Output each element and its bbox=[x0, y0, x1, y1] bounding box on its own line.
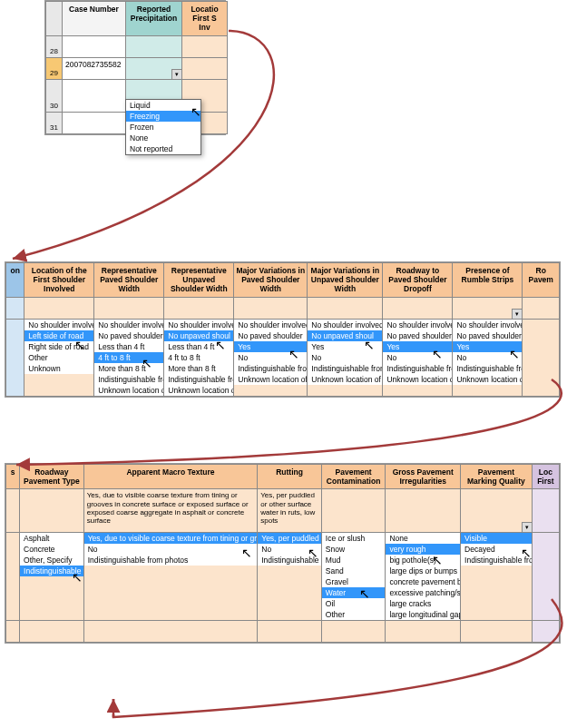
dropdown-item[interactable]: No shoulder involved bbox=[164, 320, 233, 330]
cell[interactable]: Yes, per puddled orNoIndistinguishable f… bbox=[258, 533, 322, 621]
dropdown-item[interactable]: More than 8 ft bbox=[164, 363, 233, 374]
dropdown-item[interactable]: No shoulder involved bbox=[24, 320, 93, 330]
cell[interactable] bbox=[182, 57, 228, 79]
col-rumble[interactable]: Presence of Rumble Strips bbox=[453, 263, 523, 298]
dropdown-item[interactable]: No unpaved shoul bbox=[164, 330, 233, 341]
cell[interactable] bbox=[63, 112, 126, 133]
dropdown-item[interactable]: Mud bbox=[322, 555, 386, 566]
dropdown-irregularities[interactable]: Nonevery roughbig pothole(s)large dips o… bbox=[386, 533, 460, 620]
cell[interactable]: No shoulder involvedNo paved shoulderYes… bbox=[383, 319, 453, 396]
cell[interactable] bbox=[258, 621, 322, 643]
dropdown-item[interactable]: Visible bbox=[461, 533, 532, 544]
dropdown-shoulder-location[interactable]: No shoulder involvedLeft side of roadRig… bbox=[24, 320, 93, 374]
dropdown-item[interactable]: No shoulder involved bbox=[453, 320, 522, 330]
dropdown-item[interactable]: 4 ft to 8 ft bbox=[164, 352, 233, 363]
dropdown-dropoff[interactable]: No shoulder involvedNo paved shoulderYes… bbox=[383, 320, 452, 385]
dropdown-item[interactable]: Indistinguishable from ph bbox=[308, 363, 382, 374]
cell[interactable] bbox=[63, 79, 126, 112]
col-paved-width[interactable]: Representative Paved Shoulder Width bbox=[94, 263, 164, 298]
dropdown-item[interactable]: very rough bbox=[386, 544, 460, 555]
dropdown-item[interactable]: Less than 4 ft bbox=[94, 341, 163, 352]
dropdown-var-paved[interactable]: No shoulder involvedNo paved shoulderYes… bbox=[234, 320, 307, 385]
dropdown-item[interactable]: Unknown location of 1st bbox=[383, 374, 452, 385]
dropdown-item[interactable]: Indistinguishable from photo bbox=[94, 374, 163, 385]
cell[interactable]: ▾ bbox=[453, 297, 523, 319]
dropdown-paved-width[interactable]: No shoulder involvedNo paved shoulderLes… bbox=[94, 320, 163, 396]
dropdown-item[interactable]: Indistinguishable from p bbox=[258, 555, 321, 566]
cell[interactable] bbox=[532, 533, 559, 621]
col-marking-quality[interactable]: Pavement Marking Quality bbox=[461, 465, 533, 489]
cell[interactable] bbox=[164, 297, 234, 319]
dropdown-rumble[interactable]: No shoulder involvedNo paved shoulderYes… bbox=[453, 320, 522, 385]
dropdown-item[interactable]: No paved shoulder bbox=[234, 330, 307, 341]
dropdown-item[interactable]: No shoulder involved bbox=[308, 320, 382, 330]
dropdown-item[interactable]: Liquid bbox=[126, 100, 200, 111]
col-roadway-type[interactable]: RoPavem bbox=[523, 263, 560, 298]
dropdown-item[interactable]: big pothole(s) bbox=[386, 555, 460, 566]
dropdown-item[interactable]: Unknown location of 1st bbox=[94, 385, 163, 396]
dropdown-item[interactable]: large dips or bumps bbox=[386, 566, 460, 576]
dropdown-item[interactable]: Gravel bbox=[322, 576, 386, 587]
dropdown-item[interactable]: Yes bbox=[383, 341, 452, 352]
dropdown-item[interactable]: Decayed bbox=[461, 544, 532, 555]
dropdown-item[interactable]: Unknown location of 1st sh bbox=[453, 374, 522, 385]
cell[interactable] bbox=[321, 489, 386, 533]
cell[interactable] bbox=[386, 621, 461, 643]
col-contamination[interactable]: Pavement Contamination bbox=[321, 465, 386, 489]
dropdown-button[interactable]: ▾ bbox=[522, 522, 533, 533]
dropdown-item[interactable]: Freezing bbox=[126, 111, 200, 122]
col-stub[interactable]: on bbox=[6, 263, 24, 298]
col-first-shoulder[interactable]: Location of the First Shoulder Involved bbox=[24, 263, 94, 298]
dropdown-item[interactable]: Indistinguishable from phot bbox=[453, 363, 522, 374]
cell[interactable] bbox=[6, 621, 20, 643]
dropdown-var-unpaved[interactable]: No shoulder involvedNo unpaved shoulYesN… bbox=[308, 320, 382, 385]
dropdown-item[interactable]: Not reported bbox=[126, 143, 200, 154]
dropdown-item[interactable]: Yes, per puddled or bbox=[258, 533, 321, 544]
col-macro-texture[interactable]: Apparent Macro Texture bbox=[83, 465, 258, 489]
dropdown-item[interactable]: concrete pavement blo bbox=[386, 576, 460, 587]
dropdown-item[interactable]: None bbox=[126, 133, 200, 143]
col-roadway-type[interactable]: Roadway Pavement Type bbox=[20, 465, 84, 489]
dropdown-item[interactable]: No shoulder involved bbox=[94, 320, 163, 330]
dropdown-item[interactable]: Water bbox=[322, 587, 386, 598]
cell[interactable]: Nonevery roughbig pothole(s)large dips o… bbox=[386, 533, 461, 621]
dropdown-item[interactable]: No unpaved shoul bbox=[308, 330, 382, 341]
dropdown-item[interactable]: excessive patching/se bbox=[386, 587, 460, 598]
dropdown-item[interactable]: None bbox=[386, 533, 460, 544]
col-var-paved[interactable]: Major Variations in Paved Shoulder Width bbox=[234, 263, 308, 298]
cell[interactable] bbox=[461, 621, 533, 643]
dropdown-item[interactable]: Other bbox=[24, 352, 93, 363]
dropdown-item[interactable]: No paved shoulder bbox=[94, 330, 163, 341]
cell[interactable]: No shoulder involvedNo unpaved shoulLess… bbox=[164, 319, 234, 396]
dropdown-item[interactable]: Unknown location of 1st bbox=[234, 374, 307, 385]
cell[interactable] bbox=[234, 297, 308, 319]
dropdown-button[interactable]: ▾ bbox=[512, 309, 523, 320]
cell[interactable] bbox=[20, 621, 84, 643]
cell[interactable] bbox=[94, 297, 164, 319]
dropdown-item[interactable]: No shoulder involved bbox=[234, 320, 307, 330]
dropdown-item[interactable]: Unknown bbox=[24, 363, 93, 374]
cell[interactable] bbox=[6, 297, 24, 319]
case-number-value[interactable]: 2007082735582 bbox=[63, 58, 125, 71]
col-irregularities[interactable]: Gross Pavement Irregularities bbox=[386, 465, 461, 489]
col-reported-precipitation[interactable]: Reported Precipitation bbox=[126, 2, 182, 36]
cell[interactable] bbox=[6, 319, 24, 396]
row-header[interactable]: 28 bbox=[46, 35, 63, 57]
dropdown-item[interactable]: Ice or slush bbox=[322, 533, 386, 544]
dropdown-item[interactable]: No paved shoulder bbox=[383, 330, 452, 341]
dropdown-item[interactable]: Indistinguishable from p bbox=[383, 363, 452, 374]
cell[interactable] bbox=[6, 489, 20, 533]
cell[interactable] bbox=[523, 319, 560, 396]
dropdown-item[interactable]: large longitudinal gaps bbox=[386, 609, 460, 620]
cell[interactable] bbox=[321, 621, 386, 643]
dropdown-button[interactable]: ▾ bbox=[171, 69, 182, 80]
cell[interactable] bbox=[24, 297, 94, 319]
dropdown-item[interactable]: Unknown location of 1st bbox=[308, 374, 382, 385]
dropdown-precipitation[interactable]: LiquidFreezingFrozenNoneNot reported bbox=[125, 99, 201, 155]
dropdown-item[interactable]: Other bbox=[322, 609, 386, 620]
cell[interactable]: No shoulder involvedNo unpaved shoulYesN… bbox=[308, 319, 383, 396]
cell[interactable] bbox=[20, 489, 84, 533]
col-case-number[interactable]: Case Number bbox=[63, 2, 126, 36]
cell[interactable] bbox=[523, 297, 560, 319]
cell[interactable] bbox=[6, 533, 20, 621]
